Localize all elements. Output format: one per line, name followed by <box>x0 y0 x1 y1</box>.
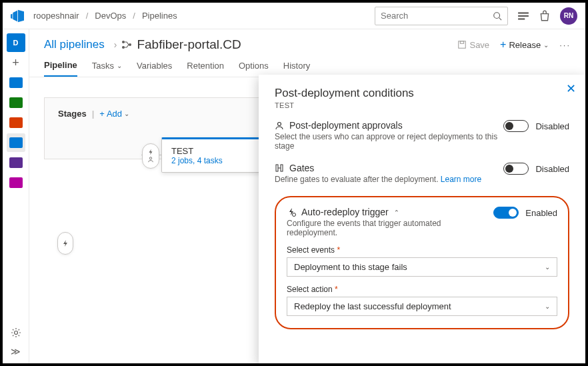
market-icon[interactable] <box>517 10 529 22</box>
approvals-toggle[interactable] <box>503 120 529 132</box>
redeploy-icon <box>287 207 296 217</box>
tab-tasks-label: Tasks <box>92 61 114 71</box>
chevron-down-icon: ⌄ <box>543 41 549 49</box>
gates-section: Gates Define gates to evaluate after the… <box>275 163 569 184</box>
svg-point-6 <box>122 41 125 43</box>
gear-icon[interactable] <box>11 327 21 338</box>
lightning-icon <box>147 149 154 155</box>
auto-redeploy-title: Auto-redeploy trigger <box>301 207 389 217</box>
search-icon <box>493 11 502 21</box>
rail-project-icon[interactable]: D <box>7 33 25 52</box>
save-button[interactable]: Save <box>457 40 489 50</box>
breadcrumb: roopeshnair / DevOps / Pipelines <box>33 11 177 21</box>
auto-redeploy-section: Auto-redeploy trigger ⌄ Configure the ev… <box>275 196 569 329</box>
tab-variables[interactable]: Variables <box>137 60 172 77</box>
chevron-down-icon: ⌄ <box>117 62 122 69</box>
tab-tasks[interactable]: Tasks⌄ <box>92 60 122 77</box>
approvals-state: Disabled <box>535 121 569 131</box>
svg-rect-2 <box>518 12 529 13</box>
all-pipelines-link[interactable]: All pipelines <box>44 38 105 51</box>
stage-node: TEST 2 jobs, 4 tasks <box>141 137 278 173</box>
stage-name: TEST <box>171 146 268 156</box>
release-button[interactable]: + Release ⌄ <box>500 39 549 51</box>
stages-header: Stages | + Add ⌄ <box>58 109 250 119</box>
approvals-desc: Select the users who can approve or reje… <box>275 132 503 151</box>
breadcrumb-area[interactable]: Pipelines <box>142 11 177 21</box>
save-icon <box>457 40 467 49</box>
artifact-bubble[interactable] <box>57 232 73 255</box>
topbar: roopeshnair / DevOps / Pipelines RN <box>3 3 585 29</box>
svg-point-13 <box>278 123 281 126</box>
stages-label: Stages <box>58 109 87 119</box>
rail-extra-icon[interactable] <box>7 173 25 192</box>
breadcrumb-sep: / <box>86 11 89 21</box>
svg-point-11 <box>149 157 151 159</box>
svg-point-5 <box>14 331 17 335</box>
tab-pipeline[interactable]: Pipeline <box>44 60 77 77</box>
approvals-section: Post-deployment approvals Select the use… <box>275 120 569 151</box>
search-box[interactable] <box>375 7 508 25</box>
post-deployment-panel: ✕ Post-deployment conditions TEST Post-d… <box>259 75 585 363</box>
gates-desc: Define gates to evaluate after the deplo… <box>275 175 503 184</box>
shopping-bag-icon[interactable] <box>539 10 551 22</box>
pre-deployment-conditions[interactable] <box>142 143 159 169</box>
rail-pipelines-icon[interactable] <box>7 113 25 132</box>
gates-icon <box>275 163 284 173</box>
action-select[interactable]: Redeploy the last successful deployment … <box>287 297 557 316</box>
title-actions: Save + Release ⌄ ··· <box>457 39 571 51</box>
events-value: Deployment to this stage fails <box>294 262 407 272</box>
azure-devops-logo <box>11 9 24 23</box>
svg-rect-4 <box>518 18 525 19</box>
events-select[interactable]: Deployment to this stage fails ⌄ <box>287 257 557 277</box>
chevron-down-icon: ⌄ <box>124 110 129 117</box>
chevron-down-icon: ⌄ <box>545 263 550 271</box>
chevron-down-icon: ⌄ <box>545 303 550 310</box>
add-stage-button[interactable]: + Add ⌄ <box>99 109 129 119</box>
gates-state: Disabled <box>535 164 569 174</box>
panel-stage-name: TEST <box>275 101 569 109</box>
svg-rect-3 <box>518 15 529 16</box>
stage-jobs-link[interactable]: 2 jobs, 4 tasks <box>171 156 268 165</box>
action-value: Redeploy the last successful deployment <box>294 301 451 311</box>
search-input[interactable] <box>381 11 493 21</box>
add-label: Add <box>107 109 122 119</box>
title-row: All pipelines › Fabfiber-portal.CD Save … <box>29 29 585 55</box>
rail-expand-icon[interactable]: ≫ <box>11 346 21 357</box>
gates-title: Gates <box>289 163 314 173</box>
gates-toggle[interactable] <box>503 163 529 175</box>
chevron-right-icon: › <box>114 39 117 50</box>
person-icon <box>275 121 284 130</box>
tab-retention[interactable]: Retention <box>187 60 224 77</box>
left-rail: D + ≫ <box>3 29 29 363</box>
svg-point-8 <box>129 43 131 46</box>
breadcrumb-sep: / <box>133 11 135 21</box>
save-label: Save <box>469 40 489 50</box>
learn-more-link[interactable]: Learn more <box>441 175 481 184</box>
action-label: Select action * <box>287 285 557 294</box>
svg-point-7 <box>122 46 125 49</box>
rail-artifacts-icon[interactable] <box>7 153 25 172</box>
chevron-up-icon[interactable]: ⌄ <box>394 209 399 216</box>
avatar[interactable]: RN <box>560 7 577 25</box>
rail-testplans-icon[interactable] <box>7 133 25 152</box>
breadcrumb-project[interactable]: DevOps <box>95 11 126 21</box>
close-icon[interactable]: ✕ <box>566 81 576 96</box>
svg-rect-15 <box>281 165 283 171</box>
plus-icon: + <box>500 39 506 51</box>
release-label: Release <box>509 40 541 50</box>
svg-rect-9 <box>459 41 466 49</box>
rail-add-icon[interactable]: + <box>7 53 25 72</box>
svg-line-1 <box>499 17 502 20</box>
more-button[interactable]: ··· <box>559 40 571 50</box>
plus-icon: + <box>99 109 105 119</box>
lightning-icon <box>61 239 69 247</box>
auto-redeploy-toggle[interactable] <box>493 207 519 219</box>
tabs: Pipeline Tasks⌄ Variables Retention Opti… <box>29 55 585 77</box>
rail-boards-icon[interactable] <box>7 73 25 92</box>
auto-redeploy-desc: Configure the events that trigger automa… <box>287 219 493 237</box>
pipeline-type-icon <box>121 39 133 51</box>
gates-desc-text: Define gates to evaluate after the deplo… <box>275 175 439 184</box>
svg-rect-10 <box>461 41 464 44</box>
breadcrumb-org[interactable]: roopeshnair <box>33 11 79 21</box>
rail-repos-icon[interactable] <box>7 93 25 112</box>
